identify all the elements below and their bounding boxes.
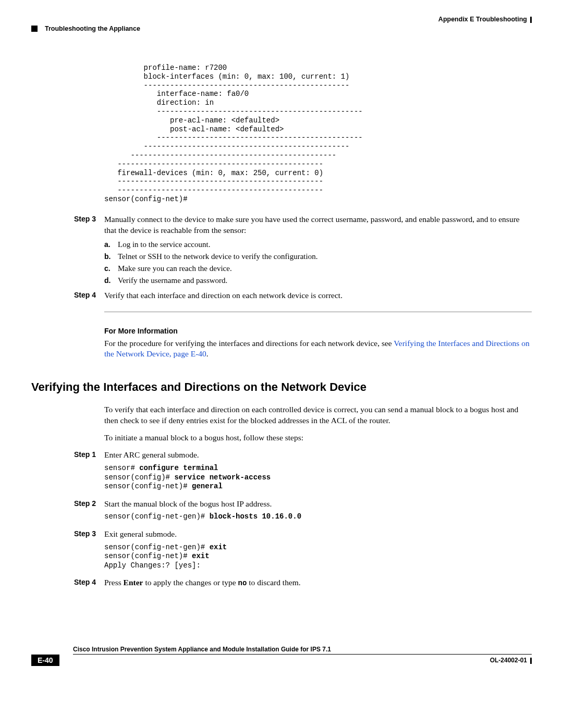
command-block: sensor(config-net-gen)# block-hosts 10.1… bbox=[104, 512, 532, 522]
sub-letter: c. bbox=[104, 264, 118, 273]
config-output: profile-name: r7200 block-interfaces (mi… bbox=[104, 64, 532, 204]
header-appendix: Appendix E Troubleshooting bbox=[31, 16, 532, 23]
paragraph: To initiate a manual block to a bogus ho… bbox=[104, 433, 532, 443]
for-more-info-heading: For More Information bbox=[104, 327, 532, 335]
sub-text: Make sure you can reach the device. bbox=[118, 264, 532, 273]
footer-doc-title: Cisco Intrusion Prevention System Applia… bbox=[73, 646, 532, 653]
command-block: sensor# configure terminal sensor(config… bbox=[104, 464, 532, 491]
divider bbox=[104, 312, 532, 312]
sub-letter: b. bbox=[104, 252, 118, 261]
step-label: Step 4 bbox=[74, 290, 104, 301]
step-body: Press Enter to apply the changes or type… bbox=[104, 577, 532, 588]
header-section: Troubleshooting the Appliance bbox=[45, 25, 140, 32]
step-label: Step 2 bbox=[74, 499, 104, 510]
page-number: E-40 bbox=[31, 655, 59, 666]
header-bullet-icon bbox=[31, 26, 38, 32]
step-body: Start the manual block of the bogus host… bbox=[104, 499, 532, 510]
step-body: Manually connect to the device to make s… bbox=[104, 214, 532, 236]
sub-text: Log in to the service account. bbox=[118, 240, 532, 249]
step-label: Step 3 bbox=[74, 214, 104, 236]
sub-text: Telnet or SSH to the network device to v… bbox=[118, 252, 532, 261]
step-label: Step 3 bbox=[74, 529, 104, 540]
step-body: Verify that each interface and direction… bbox=[104, 290, 532, 301]
paragraph: To verify that each interface and direct… bbox=[104, 404, 532, 426]
sub-letter: a. bbox=[104, 240, 118, 249]
sub-letter: d. bbox=[104, 276, 118, 285]
for-more-info-body: For the procedure for verifying the inte… bbox=[104, 338, 532, 360]
section-heading: Verifying the Interfaces and Directions … bbox=[31, 380, 532, 394]
step-body: Exit general submode. bbox=[104, 529, 532, 540]
step-label: Step 4 bbox=[74, 577, 104, 588]
step-label: Step 1 bbox=[74, 450, 104, 461]
footer-doc-id: OL-24002-01 bbox=[490, 657, 532, 664]
sub-text: Verify the username and password. bbox=[118, 276, 532, 285]
step-body: Enter ARC general submode. bbox=[104, 450, 532, 461]
command-block: sensor(config-net-gen)# exit sensor(conf… bbox=[104, 543, 532, 571]
